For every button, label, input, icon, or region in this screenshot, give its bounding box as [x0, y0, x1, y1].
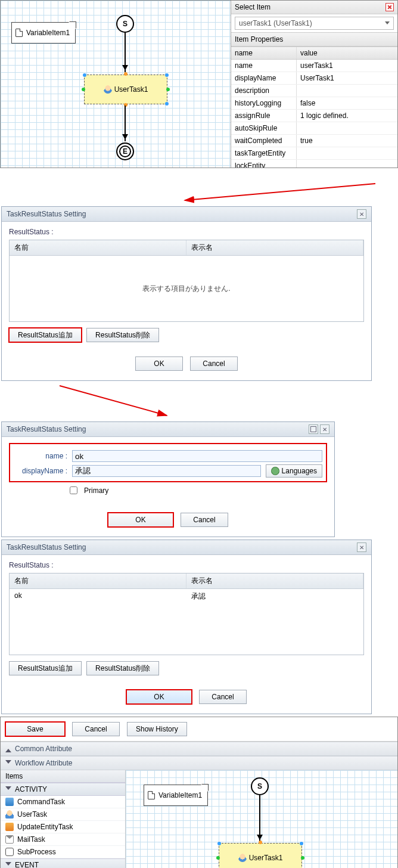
- delete-result-status-button[interactable]: ResultStatus削除: [86, 661, 159, 675]
- items-sidebar: Items ACTIVITY CommandTaskUserTaskUpdate…: [1, 770, 126, 868]
- dialog-title: TaskResultStatus Setting: [7, 425, 86, 433]
- cancel-button[interactable]: Cancel: [72, 722, 120, 736]
- cancel-button[interactable]: Cancel: [190, 356, 238, 371]
- col-name-jp: 名前: [10, 574, 186, 588]
- variable-item-label: VariableItem1: [26, 29, 70, 37]
- workflow-canvas[interactable]: VariableItem1 S UserTask1 E: [1, 1, 231, 168]
- col-display-jp: 表示名: [186, 240, 363, 255]
- property-row[interactable]: historyLoggingfalse: [231, 97, 397, 110]
- table-row[interactable]: ok 承認: [10, 589, 363, 604]
- globe-icon: [271, 467, 279, 475]
- sidebar-item[interactable]: UpdateEntityTask: [1, 821, 125, 833]
- col-name: name: [231, 47, 297, 59]
- activity-icon: [5, 810, 14, 819]
- property-row[interactable]: assignRule1 logic defined.: [231, 110, 397, 122]
- activity-icon: [5, 835, 14, 844]
- item-properties-header: Item Properties: [231, 32, 397, 46]
- variable-item-label: VariableItem1: [158, 791, 202, 799]
- item-select-dropdown[interactable]: userTask1 (UserTask1): [235, 17, 394, 30]
- dialog-result-status-empty: TaskResultStatus Setting ResultStatus : …: [1, 206, 372, 381]
- form-highlight: name : displayName : Languages: [9, 443, 327, 482]
- end-node[interactable]: E: [116, 142, 134, 160]
- add-result-status-button[interactable]: ResultStatus追加: [9, 328, 82, 342]
- start-node[interactable]: S: [251, 777, 269, 795]
- edge-start-to-task: [125, 33, 126, 72]
- sidebar-item[interactable]: MailTask: [1, 833, 125, 846]
- result-status-label: ResultStatus :: [9, 561, 364, 569]
- sidebar-item[interactable]: CommandTask: [1, 796, 125, 808]
- user-icon: [238, 854, 247, 862]
- items-header: Items: [1, 770, 125, 783]
- activity-icon: [5, 823, 14, 831]
- activity-icon: [5, 798, 14, 806]
- languages-button[interactable]: Languages: [266, 464, 322, 478]
- chevron-down-icon: [385, 21, 390, 27]
- delete-icon[interactable]: [385, 3, 394, 11]
- maximize-icon[interactable]: [309, 424, 318, 434]
- start-node[interactable]: S: [116, 15, 134, 33]
- result-status-table: 名前 表示名 表示する項目がありません.: [9, 240, 364, 322]
- close-icon[interactable]: [357, 209, 366, 219]
- group-event[interactable]: EVENT: [1, 858, 125, 868]
- displayname-label: displayName :: [14, 467, 67, 475]
- sidebar-item[interactable]: UserTask: [1, 808, 125, 821]
- svg-line-1: [60, 386, 167, 416]
- user-icon: [104, 85, 112, 94]
- property-row[interactable]: autoSkipRule: [231, 122, 397, 135]
- primary-label: Primary: [84, 486, 108, 495]
- close-icon[interactable]: [357, 542, 366, 552]
- editor-panel: Save Cancel Show History Common Attribut…: [0, 717, 398, 868]
- property-row[interactable]: description: [231, 85, 397, 97]
- col-value: value: [297, 47, 397, 59]
- workflow-canvas[interactable]: VariableItem1 S UserTask1: [126, 770, 397, 868]
- show-history-button[interactable]: Show History: [127, 722, 187, 736]
- accordion-workflow[interactable]: Workflow Attribute: [1, 756, 397, 770]
- chevron-down-icon: [5, 862, 11, 869]
- delete-result-status-button[interactable]: ResultStatus削除: [86, 328, 159, 342]
- cancel-button[interactable]: Cancel: [199, 690, 247, 704]
- variable-item-node[interactable]: VariableItem1: [144, 785, 208, 806]
- dialog-result-status-form: TaskResultStatus Setting name : displayN…: [1, 421, 335, 537]
- edge-task-to-end: [125, 106, 126, 141]
- add-result-status-button[interactable]: ResultStatus追加: [9, 661, 82, 675]
- name-label: name :: [14, 452, 67, 460]
- accordion-common[interactable]: Common Attribute: [1, 742, 397, 756]
- empty-message: 表示する項目がありません.: [10, 256, 363, 321]
- user-task-node[interactable]: UserTask1: [219, 843, 302, 868]
- ok-button[interactable]: OK: [126, 690, 192, 704]
- group-activity[interactable]: ACTIVITY: [1, 783, 125, 796]
- result-status-table: 名前 表示名 ok 承認: [9, 573, 364, 655]
- property-row[interactable]: waitCompletedtrue: [231, 135, 397, 147]
- guide-arrow-2: [0, 383, 393, 419]
- property-row[interactable]: nameuserTask1: [231, 60, 397, 72]
- task-label: UserTask1: [249, 854, 283, 862]
- name-input[interactable]: [72, 450, 322, 462]
- property-row[interactable]: lockEntity: [231, 160, 397, 168]
- properties-table: name value nameuserTask1displayNameUserT…: [231, 46, 397, 168]
- variable-item-node[interactable]: VariableItem1: [11, 22, 76, 44]
- property-row[interactable]: displayNameUserTask1: [231, 72, 397, 85]
- activity-icon: [5, 848, 14, 856]
- property-row[interactable]: taskTargetEntity: [231, 147, 397, 160]
- cancel-button[interactable]: Cancel: [181, 513, 228, 527]
- designer-panel: VariableItem1 S UserTask1 E Select Item …: [0, 0, 398, 168]
- guide-arrow-1: [0, 182, 393, 204]
- displayname-input[interactable]: [72, 465, 261, 477]
- ok-button[interactable]: OK: [135, 356, 183, 371]
- sidebar-item[interactable]: SubProcess: [1, 846, 125, 858]
- svg-line-0: [185, 184, 375, 200]
- dialog-title: TaskResultStatus Setting: [7, 210, 86, 218]
- col-name-jp: 名前: [10, 240, 186, 255]
- dialog-title: TaskResultStatus Setting: [7, 543, 86, 551]
- primary-checkbox[interactable]: [70, 486, 77, 494]
- col-display-jp: 表示名: [186, 574, 363, 588]
- dialog-result-status-filled: TaskResultStatus Setting ResultStatus : …: [1, 540, 372, 714]
- save-button[interactable]: Save: [5, 722, 65, 736]
- ok-button[interactable]: OK: [108, 513, 173, 527]
- user-task-node[interactable]: UserTask1: [84, 75, 167, 104]
- chevron-down-icon: [5, 786, 11, 793]
- file-icon: [148, 791, 155, 799]
- close-icon[interactable]: [320, 424, 329, 434]
- properties-panel: Select Item userTask1 (UserTask1) Item P…: [231, 1, 397, 168]
- file-icon: [15, 29, 23, 37]
